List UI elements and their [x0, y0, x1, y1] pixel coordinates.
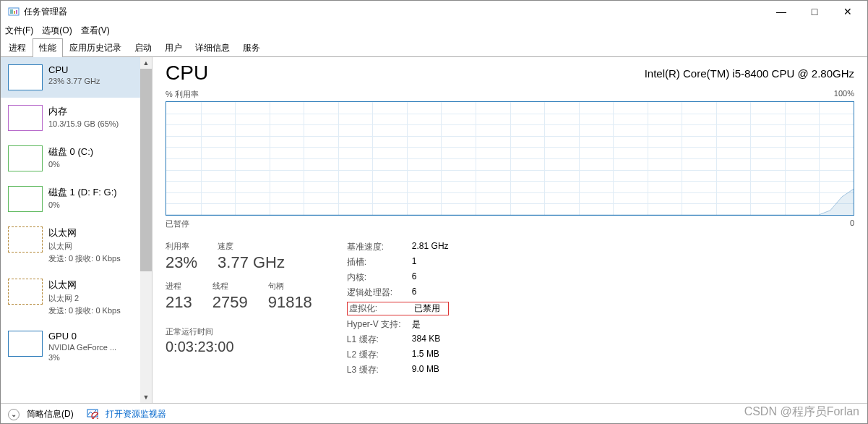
sidebar-item-title: 磁盘 0 (C:) [48, 145, 93, 158]
main-panel: CPU Intel(R) Core(TM) i5-8400 CPU @ 2.80… [152, 57, 867, 403]
tab-startup[interactable]: 启动 [128, 38, 158, 57]
stat-label: 速度 [218, 241, 285, 252]
stat-value: 23% [166, 253, 197, 272]
detail-row: 虚拟化:已禁用 [347, 302, 449, 315]
sidebar-item-sub2: 3% [48, 353, 116, 362]
sidebar-item-sub: 0% [48, 160, 93, 169]
sidebar-scrollbar[interactable]: ▲ ▼ [140, 57, 152, 403]
detail-row: L3 缓存:9.0 MB [347, 364, 449, 376]
detail-row: 逻辑处理器:6 [347, 287, 449, 299]
window-controls: — □ ✕ [765, 1, 864, 22]
detail-value: 已禁用 [414, 302, 440, 315]
detail-value: 2.81 GHz [412, 241, 449, 253]
sidebar-item-eth-5[interactable]: 以太网 以太网 2发送: 0 接收: 0 Kbps [1, 271, 152, 323]
stat-label: 线程 [212, 281, 248, 292]
tab-performance[interactable]: 性能 [33, 38, 63, 57]
detail-value: 6 [412, 271, 417, 284]
detail-key: 基准速度: [347, 241, 412, 253]
sidebar-item-gpu-6[interactable]: GPU 0 NVIDIA GeForce ...3% [1, 323, 152, 369]
chart-ymax: 100% [834, 89, 854, 100]
svg-rect-2 [14, 11, 15, 14]
sidebar-item-title: 内存 [48, 105, 119, 118]
stat-value: 3.77 GHz [218, 253, 285, 272]
detail-row: L2 缓存:1.5 MB [347, 349, 449, 361]
stat-value: 2759 [212, 293, 248, 312]
watermark: CSDN @程序员Forlan [744, 404, 859, 420]
detail-key: 内核: [347, 271, 412, 284]
stat-value: 91818 [268, 293, 312, 312]
cpu-utilization-chart [166, 101, 854, 216]
scroll-down-icon[interactable]: ▼ [140, 391, 152, 403]
minimize-button[interactable]: — [765, 1, 798, 22]
sidebar-thumb-icon [8, 331, 43, 357]
detail-row: 插槽:1 [347, 256, 449, 268]
sidebar-item-disk-2[interactable]: 磁盘 0 (C:) 0% [1, 138, 152, 179]
tab-services[interactable]: 服务 [236, 38, 267, 57]
detail-key: 逻辑处理器: [347, 287, 412, 299]
chevron-down-icon[interactable]: ⌄ [8, 409, 20, 420]
sidebar-thumb-icon [8, 64, 43, 90]
sidebar-item-sub: 23% 3.77 GHz [48, 77, 100, 85]
sidebar-item-mem-1[interactable]: 内存 10.3/15.9 GB (65%) [1, 98, 152, 138]
detail-value: 1 [412, 256, 417, 268]
svg-marker-4 [166, 189, 854, 215]
svg-rect-3 [16, 10, 17, 14]
tab-processes[interactable]: 进程 [2, 38, 33, 57]
sidebar-item-title: CPU [48, 64, 100, 75]
tabs: 进程 性能 应用历史记录 启动 用户 详细信息 服务 [1, 38, 867, 57]
app-icon [8, 6, 20, 17]
sidebar-item-sub2: 发送: 0 接收: 0 Kbps [48, 253, 121, 264]
menu-options[interactable]: 选项(O) [42, 25, 72, 37]
brief-info-button[interactable]: 简略信息(D) [27, 408, 74, 420]
detail-key: L1 缓存: [347, 334, 412, 346]
tab-app-history[interactable]: 应用历史记录 [63, 38, 128, 57]
sidebar-item-sub2: 发送: 0 接收: 0 Kbps [48, 305, 121, 316]
menu-view[interactable]: 查看(V) [81, 25, 110, 37]
detail-value: 是 [412, 318, 421, 331]
sidebar-item-sub: 以太网 [48, 241, 121, 252]
detail-value: 6 [412, 287, 417, 299]
window-title: 任务管理器 [24, 6, 67, 18]
page-title: CPU [166, 62, 208, 85]
sidebar-item-title: GPU 0 [48, 331, 116, 342]
detail-key: 虚拟化: [349, 302, 414, 315]
sidebar-item-sub: 以太网 2 [48, 293, 121, 304]
maximize-button[interactable]: □ [798, 1, 831, 22]
sidebar-item-sub: NVIDIA GeForce ... [48, 343, 116, 352]
detail-row: 内核:6 [347, 271, 449, 284]
sidebar-thumb-icon [8, 226, 43, 253]
footer: ⌄ 简略信息(D) 打开资源监视器 [1, 403, 867, 424]
detail-key: L3 缓存: [347, 364, 412, 376]
sidebar-item-eth-4[interactable]: 以太网 以太网发送: 0 接收: 0 Kbps [1, 219, 152, 271]
chart-xlabel-left: 已暂停 [166, 219, 189, 229]
close-button[interactable]: ✕ [831, 1, 864, 22]
svg-rect-1 [10, 9, 13, 14]
detail-key: Hyper-V 支持: [347, 318, 412, 331]
sidebar-item-sub: 10.3/15.9 GB (65%) [48, 119, 119, 128]
detail-key: L2 缓存: [347, 349, 412, 361]
uptime-label: 正常运行时间 [166, 326, 312, 337]
resmon-icon [87, 407, 98, 421]
chart-xlabel-right: 0 [850, 219, 854, 229]
scroll-thumb[interactable] [140, 69, 152, 271]
sidebar-thumb-icon [8, 186, 43, 212]
sidebar-item-disk-3[interactable]: 磁盘 1 (D: F: G:) 0% [1, 179, 152, 219]
cpu-model: Intel(R) Core(TM) i5-8400 CPU @ 2.80GHz [645, 67, 854, 80]
detail-row: Hyper-V 支持:是 [347, 318, 449, 331]
stat-label: 进程 [166, 281, 192, 292]
stat-label: 句柄 [268, 281, 312, 292]
tab-users[interactable]: 用户 [158, 38, 189, 57]
stat-value: 213 [166, 293, 192, 312]
menu-file[interactable]: 文件(F) [5, 25, 33, 37]
menubar: 文件(F) 选项(O) 查看(V) [1, 22, 867, 38]
uptime-value: 0:03:23:00 [166, 339, 312, 355]
tab-details[interactable]: 详细信息 [189, 38, 236, 57]
scroll-up-icon[interactable]: ▲ [140, 57, 152, 69]
detail-row: 基准速度:2.81 GHz [347, 241, 449, 253]
detail-key: 插槽: [347, 256, 412, 268]
stats-area: 利用率 23%速度 3.77 GHz 进程 213线程 2759句柄 91818… [166, 241, 854, 376]
sidebar-item-cpu-0[interactable]: CPU 23% 3.77 GHz [1, 57, 152, 98]
open-resmon-link[interactable]: 打开资源监视器 [106, 408, 166, 420]
sidebar-thumb-icon [8, 145, 43, 171]
sidebar-thumb-icon [8, 279, 43, 305]
